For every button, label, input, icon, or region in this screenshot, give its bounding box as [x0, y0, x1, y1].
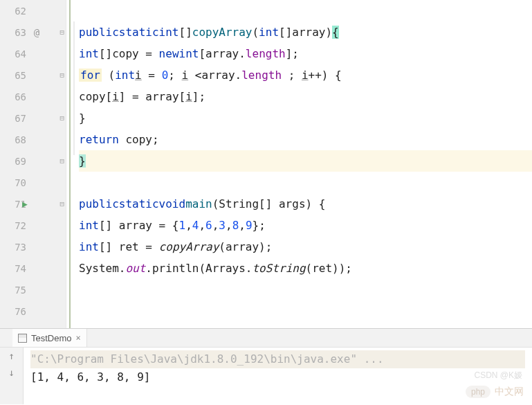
code-line: for (int i = 0; i <array.length ; i++) { — [79, 64, 532, 86]
gutter-row[interactable]: 73 — [0, 236, 66, 258]
code-line — [79, 279, 532, 300]
gutter-row[interactable]: 68 — [0, 129, 66, 150]
gutter-row[interactable]: 70 — [0, 172, 66, 193]
csdn-watermark: CSDN @K嫒 — [474, 370, 522, 381]
code-line: return copy; — [79, 129, 532, 150]
code-line: System.out.println(Arrays.toString(ret))… — [79, 258, 532, 279]
console-body: ↑ ↓ "C:\Program Files\Java\jdk1.8.0_192\… — [0, 348, 532, 404]
gutter-row[interactable]: 76 — [0, 300, 66, 322]
gutter-row[interactable]: 62 — [0, 0, 66, 21]
console-command: "C:\Program Files\Java\jdk1.8.0_192\bin\… — [30, 350, 525, 368]
code-line: int[] copy = new int[array.length]; — [79, 43, 532, 64]
gutter-row[interactable]: 74 — [0, 258, 66, 279]
gutter-row[interactable]: 66 — [0, 86, 66, 107]
code-line: int[] array = {1,4,6,3,8,9}; — [79, 215, 532, 236]
fold-icon[interactable]: ⊟ — [59, 156, 64, 165]
code-line — [79, 300, 532, 322]
gutter: 62 63@⊟ 64 65⊟ 66 67⊟ 68 69⊟ 70 ▶71⊟ 72 … — [0, 0, 66, 328]
code-line: public static void main(String[] args) { — [79, 193, 532, 215]
editor-area: 62 63@⊟ 64 65⊟ 66 67⊟ 68 69⊟ 70 ▶71⊟ 72 … — [0, 0, 532, 329]
close-icon[interactable]: × — [76, 333, 81, 343]
console-gutter: ↑ ↓ — [0, 348, 24, 404]
console-tabbar: TestDemo × — [0, 329, 532, 348]
change-bar — [66, 0, 76, 328]
code-line: } — [79, 150, 532, 172]
fold-icon[interactable]: ⊟ — [59, 28, 64, 37]
watermark: php 中文网 — [466, 386, 524, 398]
code-line: int[] ret = copyArray(array); — [79, 236, 532, 258]
fold-icon[interactable]: ⊟ — [59, 71, 64, 80]
fold-icon[interactable]: ⊟ — [59, 114, 64, 123]
code-line: } — [79, 107, 532, 129]
console-tab-label: TestDemo — [31, 333, 72, 343]
console-tab[interactable]: TestDemo × — [12, 329, 87, 347]
annotation-mark: @ — [30, 27, 43, 38]
gutter-row[interactable]: 72 — [0, 215, 66, 236]
console-output[interactable]: "C:\Program Files\Java\jdk1.8.0_192\bin\… — [24, 348, 532, 404]
console-result: [1, 4, 6, 3, 8, 9] — [30, 368, 525, 386]
arrow-up-icon[interactable]: ↑ — [8, 350, 14, 361]
arrow-down-icon[interactable]: ↓ — [8, 367, 14, 378]
gutter-row[interactable]: 63@⊟ — [0, 21, 66, 43]
code-line: copy[i] = array[i]; — [79, 86, 532, 107]
code-line — [79, 172, 532, 193]
terminal-icon — [18, 334, 27, 343]
code-area[interactable]: public static int[] copyArray(int[] arra… — [76, 0, 532, 328]
fold-icon[interactable]: ⊟ — [59, 199, 64, 208]
code-line — [79, 0, 532, 21]
gutter-row[interactable]: 64 — [0, 43, 66, 64]
gutter-row[interactable]: 67⊟ — [0, 107, 66, 129]
gutter-row[interactable]: 75 — [0, 279, 66, 300]
gutter-row[interactable]: ▶71⊟ — [0, 193, 66, 215]
gutter-row[interactable]: 69⊟ — [0, 150, 66, 172]
gutter-row[interactable]: 65⊟ — [0, 64, 66, 86]
code-line: public static int[] copyArray(int[] arra… — [79, 21, 532, 43]
run-gutter-icon[interactable]: ▶ — [22, 199, 28, 209]
